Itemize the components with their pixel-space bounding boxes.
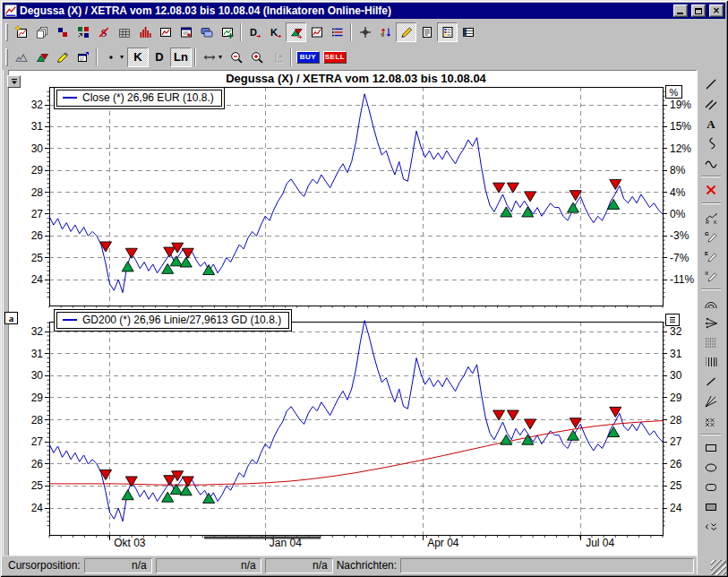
- maximize-button[interactable]: [691, 4, 706, 17]
- y-axis-label: 31: [31, 348, 44, 360]
- disable-stops-button[interactable]: S: [93, 22, 114, 42]
- title-bar[interactable]: Degussa (X) / XETRA vom 12.08.03 bis 10.…: [3, 3, 725, 19]
- add-chart-icon: [220, 25, 235, 39]
- zigzag-tool-button[interactable]: [11, 47, 31, 67]
- gann-tool-button[interactable]: G: [700, 227, 722, 245]
- y-axis-label: 26: [31, 458, 44, 470]
- kurs-chart-button[interactable]: K: [127, 47, 149, 67]
- trend-line-button[interactable]: [700, 74, 722, 93]
- percent-axis-button[interactable]: %: [665, 85, 682, 99]
- freehand-curve-button[interactable]: [700, 133, 722, 152]
- volume-histogram-button[interactable]: [134, 22, 155, 42]
- notes-button[interactable]: [416, 22, 437, 42]
- regression-channel-button[interactable]: RK: [700, 207, 722, 226]
- move-mode-button[interactable]: [375, 22, 396, 42]
- sell-order-button[interactable]: SELL: [323, 51, 347, 64]
- level-lines-tool-button[interactable]: [700, 266, 722, 285]
- rounded-rectangle-button[interactable]: [700, 478, 722, 496]
- k-step-button[interactable]: K: [265, 22, 286, 42]
- cursor-date-panel: n/a: [156, 558, 261, 573]
- daily-chart-button[interactable]: D: [149, 47, 170, 67]
- svg-text:G: G: [705, 231, 709, 237]
- cursor-value-panel: n/a: [265, 558, 333, 573]
- plot-area-price[interactable]: [49, 87, 663, 306]
- bar-width-button[interactable]: ▾: [199, 47, 226, 67]
- cursor-x-panel: n/a: [84, 558, 152, 573]
- buy-signal-marker: [501, 207, 512, 217]
- speed-lines-button[interactable]: [700, 392, 722, 410]
- portfolio-button[interactable]: [73, 22, 93, 42]
- sell-signal-marker: [507, 410, 518, 420]
- zoom-out-button[interactable]: [226, 47, 246, 67]
- diagonal-line-button[interactable]: [700, 372, 722, 391]
- draw-mode-icon: [399, 25, 414, 39]
- elliott-tool-button[interactable]: E: [700, 246, 722, 265]
- y-axis-right-label: 30: [670, 369, 682, 382]
- quote-grid-button[interactable]: [114, 22, 134, 42]
- day-step-button[interactable]: D: [244, 22, 265, 42]
- y-axis-label: 24: [31, 273, 44, 286]
- close-series-swatch: [63, 97, 77, 99]
- crosshair-mode-button[interactable]: [355, 22, 375, 42]
- zoom-out-icon: [229, 50, 244, 65]
- watchlist-button[interactable]: [437, 22, 458, 42]
- trade-signals-button[interactable]: [286, 22, 306, 42]
- add-chart-button[interactable]: [217, 22, 237, 42]
- trend-line-icon: [704, 77, 718, 91]
- crosshatch-button[interactable]: [700, 411, 722, 430]
- rectangle-button[interactable]: [700, 438, 722, 457]
- marker-pen-button[interactable]: [52, 47, 73, 67]
- palette-scroll-button[interactable]: [700, 517, 722, 536]
- x-axis-label: Jul 04: [586, 537, 614, 549]
- window-resize-grip[interactable]: [711, 560, 726, 575]
- line-style-button[interactable]: ▾: [100, 47, 127, 67]
- chart-properties-button[interactable]: [73, 47, 93, 67]
- news-label: Nachrichten:: [337, 559, 397, 572]
- fibonacci-arcs-icon: [704, 296, 718, 310]
- buy-signal-marker: [180, 486, 192, 495]
- palette-scroll-icon: [704, 520, 718, 534]
- time-scrollbar-thumb[interactable]: [204, 537, 321, 539]
- subchart-menu-button[interactable]: [665, 314, 680, 326]
- filled-rectangle-button[interactable]: [700, 497, 722, 516]
- saved-layouts-button[interactable]: [196, 22, 217, 42]
- toolbar-grip[interactable]: [5, 23, 8, 41]
- log-scale-button[interactable]: Ln: [170, 47, 192, 67]
- toolbar-separator: [194, 48, 196, 66]
- indicator-list-button[interactable]: [327, 22, 347, 42]
- close-button[interactable]: ×: [709, 4, 724, 17]
- zoom-in-button[interactable]: [246, 47, 267, 67]
- axis-scale-button[interactable]: [267, 47, 287, 67]
- fan-lines-button[interactable]: [700, 313, 722, 332]
- text-tool-button[interactable]: A: [700, 114, 722, 133]
- indicator-chart-button[interactable]: [306, 22, 327, 42]
- line-chart-button[interactable]: [155, 22, 176, 42]
- new-chart-button[interactable]: [11, 22, 31, 42]
- signal-triangles-button[interactable]: [31, 47, 52, 67]
- subchart-a-button[interactable]: a: [4, 312, 18, 324]
- delete-drawing-button[interactable]: [700, 180, 722, 199]
- parallel-lines-button[interactable]: [700, 94, 722, 113]
- rectangle-icon: [704, 441, 718, 455]
- quote-list-button[interactable]: [458, 22, 478, 42]
- sell-signal-marker: [610, 179, 621, 189]
- chart-window-button[interactable]: [176, 22, 196, 42]
- buy-order-button[interactable]: BUY: [296, 51, 320, 64]
- axis-scale-icon: [270, 50, 285, 65]
- ellipse-button[interactable]: [700, 458, 722, 477]
- chart-dropdown-button[interactable]: [7, 75, 21, 88]
- horizontal-grid-button[interactable]: [700, 332, 722, 351]
- draw-mode-button[interactable]: [396, 22, 416, 42]
- filled-rectangle-icon: [704, 500, 718, 514]
- price-chart-legend: Close (*) 26,96 EUR (10.8.): [56, 90, 222, 107]
- y-axis-label: 25: [31, 252, 44, 264]
- marker-pen-icon: [56, 50, 70, 65]
- wave-curve-button[interactable]: [700, 153, 722, 172]
- app-window: Degussa (X) / XETRA vom 12.08.03 bis 10.…: [0, 0, 728, 577]
- toolbar-grip[interactable]: [5, 48, 8, 66]
- compare-securities-button[interactable]: [52, 22, 73, 42]
- copy-chart-button[interactable]: [31, 22, 52, 42]
- vertical-lines-button[interactable]: [700, 352, 722, 371]
- fibonacci-arcs-button[interactable]: [700, 293, 722, 312]
- minimize-button[interactable]: [673, 4, 688, 17]
